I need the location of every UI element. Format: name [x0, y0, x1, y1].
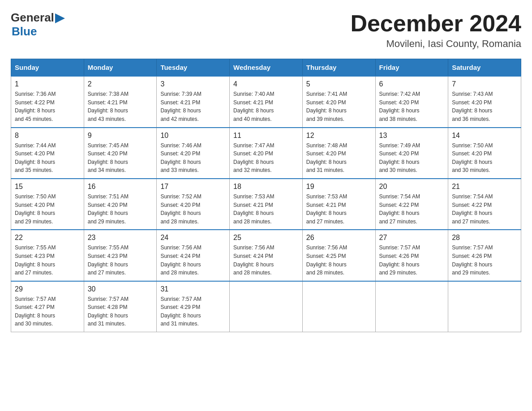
day-info: Sunrise: 7:56 AM Sunset: 4:24 PM Dayligh… — [160, 244, 226, 277]
calendar-day-cell: 7 Sunrise: 7:43 AM Sunset: 4:20 PM Dayli… — [448, 76, 521, 127]
day-number: 8 — [15, 132, 80, 140]
calendar-week-row: 29 Sunrise: 7:57 AM Sunset: 4:27 PM Dayl… — [11, 281, 521, 332]
calendar-day-cell: 13 Sunrise: 7:49 AM Sunset: 4:20 PM Dayl… — [375, 128, 448, 179]
day-info: Sunrise: 7:54 AM Sunset: 4:22 PM Dayligh… — [379, 193, 445, 226]
page-header: General Blue December 2024 Movileni, Ias… — [11, 11, 521, 50]
day-number: 25 — [233, 234, 299, 242]
day-info: Sunrise: 7:40 AM Sunset: 4:21 PM Dayligh… — [233, 90, 299, 123]
svg-marker-0 — [55, 13, 65, 23]
day-number: 18 — [233, 183, 299, 191]
day-number: 28 — [452, 234, 517, 242]
day-number: 3 — [160, 80, 226, 88]
calendar-header: SundayMondayTuesdayWednesdayThursdayFrid… — [11, 59, 521, 77]
day-info: Sunrise: 7:50 AM Sunset: 4:20 PM Dayligh… — [15, 193, 80, 226]
day-info: Sunrise: 7:56 AM Sunset: 4:25 PM Dayligh… — [306, 244, 372, 277]
calendar-day-cell: 19 Sunrise: 7:53 AM Sunset: 4:21 PM Dayl… — [302, 179, 375, 230]
calendar-day-cell: 5 Sunrise: 7:41 AM Sunset: 4:20 PM Dayli… — [302, 76, 375, 127]
day-number: 29 — [15, 285, 80, 293]
logo-arrow-icon — [55, 13, 65, 23]
calendar-week-row: 15 Sunrise: 7:50 AM Sunset: 4:20 PM Dayl… — [11, 179, 521, 230]
day-number: 21 — [452, 183, 517, 191]
day-of-week-header: Saturday — [448, 59, 521, 77]
day-info: Sunrise: 7:55 AM Sunset: 4:23 PM Dayligh… — [88, 244, 153, 277]
day-info: Sunrise: 7:42 AM Sunset: 4:20 PM Dayligh… — [379, 90, 445, 123]
day-info: Sunrise: 7:56 AM Sunset: 4:24 PM Dayligh… — [233, 244, 299, 277]
day-number: 22 — [15, 234, 80, 242]
day-number: 19 — [306, 183, 372, 191]
day-number: 6 — [379, 80, 445, 88]
day-of-week-header: Wednesday — [230, 59, 303, 77]
calendar-day-cell — [375, 281, 448, 332]
calendar-day-cell: 11 Sunrise: 7:47 AM Sunset: 4:20 PM Dayl… — [230, 128, 303, 179]
day-info: Sunrise: 7:44 AM Sunset: 4:20 PM Dayligh… — [15, 141, 80, 175]
calendar-day-cell — [448, 281, 521, 332]
calendar-day-cell: 18 Sunrise: 7:53 AM Sunset: 4:21 PM Dayl… — [230, 179, 303, 230]
header-row: SundayMondayTuesdayWednesdayThursdayFrid… — [11, 59, 521, 77]
calendar-day-cell: 28 Sunrise: 7:57 AM Sunset: 4:26 PM Dayl… — [448, 230, 521, 281]
day-info: Sunrise: 7:39 AM Sunset: 4:21 PM Dayligh… — [160, 90, 226, 123]
day-number: 31 — [160, 285, 226, 293]
day-number: 16 — [88, 183, 153, 191]
calendar-day-cell: 22 Sunrise: 7:55 AM Sunset: 4:23 PM Dayl… — [11, 230, 84, 281]
day-info: Sunrise: 7:55 AM Sunset: 4:23 PM Dayligh… — [15, 244, 80, 277]
day-number: 14 — [452, 132, 517, 140]
calendar-day-cell — [230, 281, 303, 332]
day-info: Sunrise: 7:57 AM Sunset: 4:28 PM Dayligh… — [88, 295, 153, 328]
calendar-day-cell: 2 Sunrise: 7:38 AM Sunset: 4:21 PM Dayli… — [84, 76, 157, 127]
day-number: 2 — [88, 80, 153, 88]
calendar-day-cell: 15 Sunrise: 7:50 AM Sunset: 4:20 PM Dayl… — [11, 179, 84, 230]
logo-text-general: General — [11, 11, 54, 25]
month-title: December 2024 — [350, 11, 521, 36]
day-info: Sunrise: 7:49 AM Sunset: 4:20 PM Dayligh… — [379, 141, 445, 175]
day-of-week-header: Tuesday — [157, 59, 230, 77]
day-number: 27 — [379, 234, 445, 242]
day-of-week-header: Sunday — [11, 59, 84, 77]
day-number: 17 — [160, 183, 226, 191]
calendar-day-cell: 10 Sunrise: 7:46 AM Sunset: 4:20 PM Dayl… — [157, 128, 230, 179]
day-info: Sunrise: 7:50 AM Sunset: 4:20 PM Dayligh… — [452, 141, 517, 175]
calendar-day-cell: 9 Sunrise: 7:45 AM Sunset: 4:20 PM Dayli… — [84, 128, 157, 179]
day-info: Sunrise: 7:57 AM Sunset: 4:29 PM Dayligh… — [160, 295, 226, 328]
day-of-week-header: Thursday — [302, 59, 375, 77]
day-number: 13 — [379, 132, 445, 140]
day-info: Sunrise: 7:36 AM Sunset: 4:22 PM Dayligh… — [15, 90, 80, 123]
day-number: 7 — [452, 80, 517, 88]
day-info: Sunrise: 7:47 AM Sunset: 4:20 PM Dayligh… — [233, 141, 299, 175]
day-number: 5 — [306, 80, 372, 88]
calendar-day-cell: 3 Sunrise: 7:39 AM Sunset: 4:21 PM Dayli… — [157, 76, 230, 127]
calendar-week-row: 1 Sunrise: 7:36 AM Sunset: 4:22 PM Dayli… — [11, 76, 521, 127]
day-number: 9 — [88, 132, 153, 140]
logo-line1: General — [11, 11, 65, 25]
day-info: Sunrise: 7:43 AM Sunset: 4:20 PM Dayligh… — [452, 90, 517, 123]
day-number: 26 — [306, 234, 372, 242]
calendar-day-cell: 26 Sunrise: 7:56 AM Sunset: 4:25 PM Dayl… — [302, 230, 375, 281]
calendar-day-cell: 20 Sunrise: 7:54 AM Sunset: 4:22 PM Dayl… — [375, 179, 448, 230]
day-info: Sunrise: 7:57 AM Sunset: 4:27 PM Dayligh… — [15, 295, 80, 328]
day-info: Sunrise: 7:52 AM Sunset: 4:20 PM Dayligh… — [160, 193, 226, 226]
calendar-day-cell: 8 Sunrise: 7:44 AM Sunset: 4:20 PM Dayli… — [11, 128, 84, 179]
day-number: 24 — [160, 234, 226, 242]
calendar-day-cell: 23 Sunrise: 7:55 AM Sunset: 4:23 PM Dayl… — [84, 230, 157, 281]
day-info: Sunrise: 7:48 AM Sunset: 4:20 PM Dayligh… — [306, 141, 372, 175]
calendar-day-cell: 17 Sunrise: 7:52 AM Sunset: 4:20 PM Dayl… — [157, 179, 230, 230]
day-of-week-header: Monday — [84, 59, 157, 77]
calendar-day-cell: 24 Sunrise: 7:56 AM Sunset: 4:24 PM Dayl… — [157, 230, 230, 281]
day-info: Sunrise: 7:41 AM Sunset: 4:20 PM Dayligh… — [306, 90, 372, 123]
day-info: Sunrise: 7:54 AM Sunset: 4:22 PM Dayligh… — [452, 193, 517, 226]
day-number: 30 — [88, 285, 153, 293]
title-section: December 2024 Movileni, Iasi County, Rom… — [350, 11, 521, 50]
calendar-day-cell: 29 Sunrise: 7:57 AM Sunset: 4:27 PM Dayl… — [11, 281, 84, 332]
logo-text-blue: Blue — [12, 25, 37, 39]
calendar-table: SundayMondayTuesdayWednesdayThursdayFrid… — [11, 59, 521, 332]
day-info: Sunrise: 7:45 AM Sunset: 4:20 PM Dayligh… — [88, 141, 153, 175]
day-number: 1 — [15, 80, 80, 88]
calendar-day-cell: 6 Sunrise: 7:42 AM Sunset: 4:20 PM Dayli… — [375, 76, 448, 127]
calendar-day-cell: 4 Sunrise: 7:40 AM Sunset: 4:21 PM Dayli… — [230, 76, 303, 127]
location-subtitle: Movileni, Iasi County, Romania — [350, 38, 521, 50]
calendar-day-cell: 14 Sunrise: 7:50 AM Sunset: 4:20 PM Dayl… — [448, 128, 521, 179]
day-number: 10 — [160, 132, 226, 140]
day-info: Sunrise: 7:51 AM Sunset: 4:20 PM Dayligh… — [88, 193, 153, 226]
day-info: Sunrise: 7:53 AM Sunset: 4:21 PM Dayligh… — [306, 193, 372, 226]
calendar-day-cell: 21 Sunrise: 7:54 AM Sunset: 4:22 PM Dayl… — [448, 179, 521, 230]
calendar-day-cell: 31 Sunrise: 7:57 AM Sunset: 4:29 PM Dayl… — [157, 281, 230, 332]
